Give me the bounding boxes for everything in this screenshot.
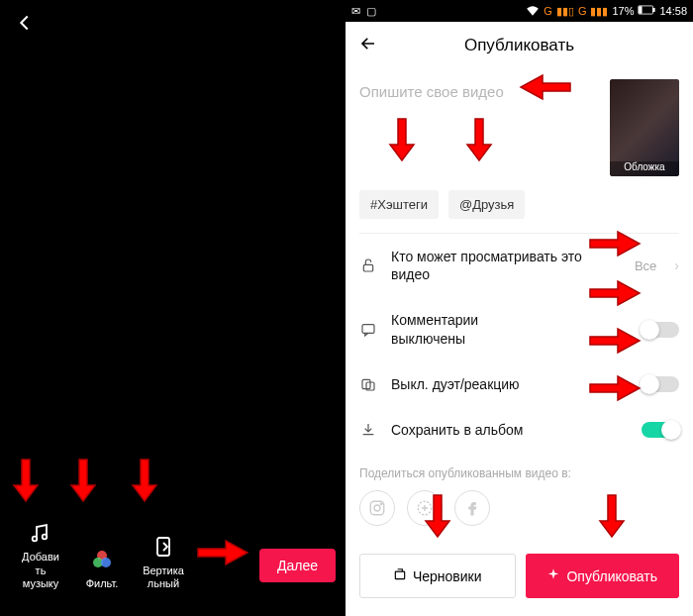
- duet-row: Выкл. дуэт/реакцию: [346, 361, 693, 407]
- next-button[interactable]: Далее: [259, 549, 336, 582]
- signal-icon-1: ▮▮▯: [556, 5, 574, 18]
- duet-icon: [359, 376, 377, 392]
- add-music-button[interactable]: Добави ть музыку: [10, 521, 71, 590]
- svg-point-14: [374, 505, 380, 511]
- setting-label: Выкл. дуэт/реакцию: [391, 375, 628, 393]
- status-bar: ✉ ▢ G ▮▮▯ G ▮▮▮ 17% 14:58: [346, 0, 693, 22]
- comments-toggle[interactable]: [642, 322, 679, 338]
- tool-label: Вертика льный: [143, 565, 184, 590]
- svg-rect-8: [640, 7, 642, 14]
- comments-row: Комментарии выключены: [346, 297, 693, 360]
- drafts-button[interactable]: Черновики: [359, 554, 516, 598]
- setting-label: Кто может просматривать это видео: [391, 248, 621, 283]
- svg-point-1: [43, 535, 48, 540]
- svg-point-4: [101, 558, 111, 567]
- share-facebook[interactable]: [454, 490, 490, 526]
- publish-screen: ✉ ▢ G ▮▮▯ G ▮▮▮ 17% 14:58 Опубликовать О…: [346, 0, 693, 616]
- cover-label: Обложка: [610, 161, 679, 176]
- envelope-icon: ✉: [351, 5, 360, 18]
- svg-rect-10: [362, 324, 374, 333]
- carrier-label-1: G: [544, 5, 552, 17]
- svg-point-15: [380, 503, 382, 505]
- share-instagram[interactable]: [359, 490, 395, 526]
- signal-icon-2: ▮▮▮: [590, 5, 608, 18]
- battery-icon: [638, 5, 655, 17]
- image-icon: ▢: [366, 5, 376, 18]
- setting-label: Комментарии выключены: [391, 311, 628, 347]
- filter-circles-icon: [90, 548, 114, 571]
- editor-screen: Добави ть музыку Фильт. Вертика льный Да…: [0, 0, 346, 616]
- svg-point-0: [33, 537, 38, 542]
- svg-rect-9: [363, 265, 372, 272]
- battery-percent: 17%: [612, 5, 634, 17]
- orientation-icon: [151, 535, 175, 559]
- download-icon: [359, 422, 377, 438]
- publish-button[interactable]: Опубликовать: [526, 554, 680, 598]
- music-note-icon: [29, 521, 52, 545]
- svg-rect-7: [653, 8, 655, 11]
- vertical-button[interactable]: Вертика льный: [133, 535, 194, 590]
- description-input[interactable]: Опишите свое видео: [359, 79, 600, 176]
- duet-toggle[interactable]: [642, 376, 679, 392]
- privacy-value: Все: [635, 258, 656, 273]
- chevron-right-icon: ›: [674, 257, 679, 273]
- svg-rect-17: [395, 571, 404, 579]
- share-label: Поделиться опубликованным видео в:: [359, 466, 679, 480]
- comment-icon: [359, 322, 377, 338]
- page-title: Опубликовать: [464, 36, 574, 55]
- back-icon[interactable]: [14, 14, 36, 39]
- drafts-icon: [393, 567, 407, 584]
- save-row: Сохранить в альбом: [346, 407, 693, 453]
- cover-thumbnail[interactable]: Обложка: [610, 79, 679, 176]
- hashtag-chip[interactable]: #Хэштеги: [359, 190, 439, 219]
- privacy-row[interactable]: Кто может просматривать это видео Все ›: [346, 234, 693, 297]
- back-icon[interactable]: [359, 35, 377, 57]
- sparkle-icon: [546, 567, 560, 584]
- setting-label: Сохранить в альбом: [391, 421, 628, 439]
- tool-label: Фильт.: [86, 577, 119, 590]
- friends-chip[interactable]: @Друзья: [448, 190, 525, 219]
- carrier-label-2: G: [578, 5, 587, 17]
- lock-icon: [359, 257, 377, 273]
- wifi-icon: [526, 4, 540, 18]
- status-time: 14:58: [659, 5, 687, 17]
- save-toggle[interactable]: [642, 422, 679, 438]
- filter-button[interactable]: Фильт.: [71, 548, 133, 590]
- share-story[interactable]: [407, 490, 443, 526]
- header: Опубликовать: [346, 22, 693, 69]
- tool-label: Добави ть музыку: [22, 551, 59, 590]
